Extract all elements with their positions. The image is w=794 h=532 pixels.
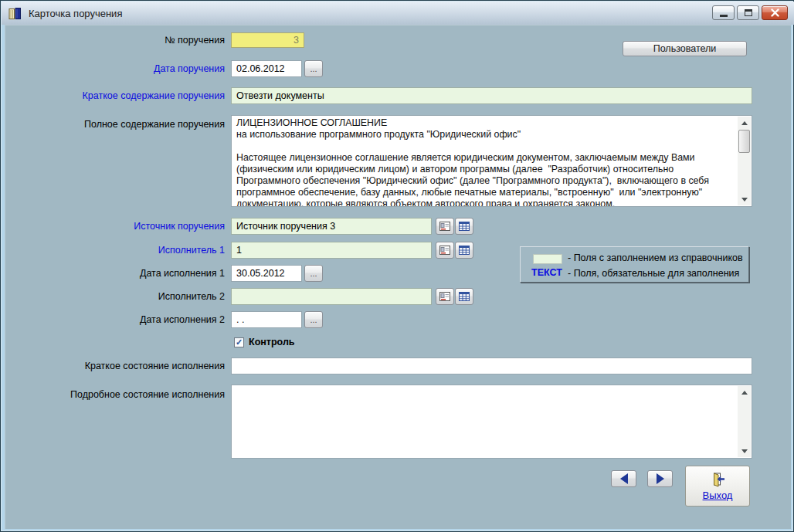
exit-button-label: Выход bbox=[703, 490, 733, 501]
full-text-content: ЛИЦЕНЗИОННОЕ СОГЛАШЕНИЕ на использование… bbox=[232, 116, 738, 206]
next-record-button[interactable] bbox=[647, 470, 673, 487]
short-state-label: Краткое состояние исполнения bbox=[5, 361, 225, 371]
exec-date2-field[interactable]: . . bbox=[231, 311, 302, 328]
legend-panel: - Поля с заполнением из справочников ТЕК… bbox=[520, 246, 749, 283]
detail-state-content bbox=[232, 385, 738, 458]
legend-required-text: - Поля, обязательные для заполнения bbox=[568, 268, 739, 279]
control-label[interactable]: Контроль bbox=[249, 337, 295, 347]
exec-date1-picker-button[interactable]: ... bbox=[304, 265, 323, 282]
exit-button[interactable]: Выход bbox=[685, 466, 750, 507]
executor2-card-button[interactable] bbox=[436, 288, 454, 305]
source-list-button[interactable] bbox=[455, 218, 473, 235]
source-field[interactable]: Источник поручения 3 bbox=[231, 218, 432, 235]
legend-required-term: ТЕКСТ bbox=[531, 267, 562, 278]
source-label: Источник поручения bbox=[5, 221, 225, 232]
executor1-label: Исполнитель 1 bbox=[5, 245, 225, 256]
dictionary-field-swatch bbox=[533, 254, 562, 264]
full-text-scrollbar[interactable] bbox=[738, 117, 751, 205]
detail-state-label: Подробное состояние исполнения bbox=[5, 389, 225, 400]
executor1-field[interactable]: 1 bbox=[231, 242, 432, 259]
full-text-area[interactable]: ЛИЦЕНЗИОННОЕ СОГЛАШЕНИЕ на использование… bbox=[231, 115, 752, 207]
window-controls bbox=[712, 5, 788, 20]
table-icon bbox=[458, 290, 470, 303]
minimize-icon bbox=[720, 15, 728, 17]
arrow-right-icon bbox=[657, 473, 664, 484]
card-icon bbox=[439, 244, 451, 256]
scroll-down-icon[interactable] bbox=[738, 193, 751, 205]
exit-door-icon bbox=[709, 472, 726, 487]
scroll-down-icon[interactable] bbox=[738, 445, 751, 457]
exec-date2-label: Дата исполнения 2 bbox=[5, 314, 225, 325]
exec-date2-picker-button[interactable]: ... bbox=[304, 311, 323, 328]
executor2-field[interactable] bbox=[231, 288, 432, 305]
card-icon bbox=[439, 220, 451, 232]
detail-state-area[interactable] bbox=[231, 385, 752, 459]
books-icon bbox=[8, 6, 23, 20]
table-icon bbox=[458, 244, 470, 256]
card-icon bbox=[439, 290, 451, 303]
maximize-button[interactable] bbox=[737, 5, 759, 20]
order-date-field[interactable]: 02.06.2012 bbox=[231, 60, 302, 77]
assignment-card-window: Карточка поручения № поручения 3 Пользов… bbox=[0, 0, 794, 532]
close-button[interactable] bbox=[762, 5, 788, 20]
order-date-label: Дата поручения bbox=[5, 63, 225, 74]
executor1-list-button[interactable] bbox=[455, 242, 473, 259]
legend-dictionary-text: - Поля с заполнением из справочников bbox=[568, 252, 743, 263]
arrow-left-icon bbox=[620, 473, 628, 484]
minimize-button[interactable] bbox=[712, 5, 735, 20]
control-checkbox[interactable]: ✓ bbox=[234, 337, 244, 347]
scroll-up-icon[interactable] bbox=[738, 117, 751, 129]
executor2-label: Исполнитель 2 bbox=[5, 291, 225, 302]
users-button[interactable]: Пользователи bbox=[623, 41, 747, 56]
short-state-field[interactable] bbox=[231, 357, 752, 374]
executor2-list-button[interactable] bbox=[455, 288, 473, 305]
detail-state-scrollbar[interactable] bbox=[738, 386, 751, 457]
window-title: Карточка поручения bbox=[29, 8, 122, 19]
full-text-label: Полное содержание поручения bbox=[5, 119, 225, 130]
number-label: № поручения bbox=[5, 35, 225, 46]
order-date-picker-button[interactable]: ... bbox=[304, 60, 323, 77]
checkmark-icon: ✓ bbox=[236, 338, 243, 347]
exec-date1-field[interactable]: 30.05.2012 bbox=[231, 265, 302, 282]
number-field[interactable]: 3 bbox=[231, 32, 304, 48]
summary-label: Краткое содержание поручения bbox=[5, 90, 225, 101]
titlebar[interactable]: Карточка поручения bbox=[2, 2, 794, 25]
maximize-icon bbox=[745, 9, 752, 16]
close-icon bbox=[771, 8, 779, 17]
exec-date1-label: Дата исполнения 1 bbox=[5, 268, 225, 279]
form-area: № поручения 3 Пользователи Дата поручени… bbox=[5, 25, 791, 529]
scrollbar-thumb[interactable] bbox=[738, 130, 750, 153]
table-icon bbox=[458, 220, 470, 232]
source-card-button[interactable] bbox=[436, 218, 454, 235]
scroll-up-icon[interactable] bbox=[738, 386, 751, 398]
prev-record-button[interactable] bbox=[611, 470, 636, 487]
summary-field[interactable]: Отвезти документы bbox=[231, 87, 752, 104]
executor1-card-button[interactable] bbox=[436, 242, 454, 259]
